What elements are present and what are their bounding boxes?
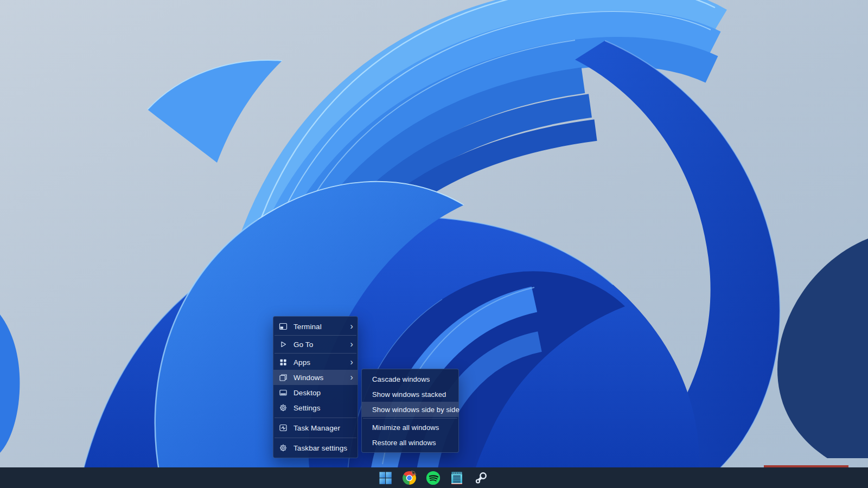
menu-item-label: Terminal bbox=[293, 323, 322, 331]
start-button[interactable] bbox=[378, 470, 393, 485]
menu-item-label: Apps bbox=[293, 358, 310, 367]
steam-icon bbox=[474, 471, 488, 485]
chevron-right-icon: › bbox=[347, 323, 353, 330]
submenu-item-restore-all-windows[interactable]: Restore all windows bbox=[362, 435, 458, 450]
desktop: Terminal › Go To › Apps › bbox=[0, 0, 868, 488]
steam-taskbar-button[interactable] bbox=[473, 470, 488, 485]
submenu-item-show-windows-side-by-side[interactable]: Show windows side by side bbox=[362, 402, 458, 417]
gear-icon bbox=[279, 403, 288, 412]
desktop-icon bbox=[279, 388, 288, 397]
menu-item-go-to[interactable]: Go To › bbox=[273, 337, 358, 352]
menu-item-apps[interactable]: Apps › bbox=[273, 355, 358, 370]
go-to-icon bbox=[279, 340, 288, 349]
apps-grid-icon bbox=[279, 358, 288, 367]
terminal-icon bbox=[279, 322, 288, 331]
menu-item-label: Taskbar settings bbox=[293, 444, 347, 452]
menu-separator bbox=[275, 418, 356, 418]
windows-submenu: Cascade windows Show windows stacked Sho… bbox=[361, 369, 459, 453]
menu-separator bbox=[275, 353, 356, 354]
spotify-taskbar-button[interactable] bbox=[425, 470, 441, 485]
menu-separator bbox=[275, 335, 356, 336]
chrome-icon bbox=[402, 471, 417, 485]
taskbar bbox=[0, 467, 868, 488]
menu-item-settings[interactable]: Settings bbox=[273, 400, 358, 415]
chevron-right-icon: › bbox=[347, 358, 353, 366]
task-manager-icon bbox=[279, 423, 288, 432]
menu-item-task-manager[interactable]: Task Manager bbox=[273, 420, 358, 435]
menu-item-terminal[interactable]: Terminal › bbox=[273, 319, 358, 334]
taskbar-context-menu: Terminal › Go To › Apps › bbox=[273, 316, 358, 458]
spotify-icon bbox=[426, 471, 441, 485]
menu-item-label: Settings bbox=[293, 404, 321, 412]
chevron-right-icon: › bbox=[347, 341, 353, 348]
menu-item-windows[interactable]: Windows › bbox=[273, 370, 358, 385]
submenu-item-label: Cascade windows bbox=[372, 375, 430, 383]
menu-item-desktop[interactable]: Desktop bbox=[273, 385, 358, 400]
submenu-item-show-windows-stacked[interactable]: Show windows stacked bbox=[362, 387, 458, 402]
menu-item-taskbar-settings[interactable]: Taskbar settings bbox=[273, 440, 358, 455]
menu-item-label: Desktop bbox=[293, 389, 321, 397]
chrome-taskbar-button[interactable] bbox=[401, 470, 417, 485]
menu-separator bbox=[275, 438, 356, 438]
submenu-item-cascade-windows[interactable]: Cascade windows bbox=[362, 371, 458, 387]
taskbar-icons bbox=[378, 470, 488, 485]
submenu-item-label: Minimize all windows bbox=[372, 423, 439, 432]
menu-item-label: Task Manager bbox=[293, 424, 340, 432]
cascade-windows-icon bbox=[279, 373, 288, 382]
notepad-taskbar-button[interactable] bbox=[449, 470, 464, 485]
menu-item-label: Windows bbox=[293, 374, 323, 382]
menu-separator bbox=[363, 418, 457, 419]
menu-item-label: Go To bbox=[293, 341, 313, 349]
chevron-right-icon: › bbox=[347, 374, 353, 381]
submenu-item-minimize-all-windows[interactable]: Minimize all windows bbox=[362, 420, 458, 435]
submenu-item-label: Restore all windows bbox=[372, 439, 436, 447]
submenu-item-label: Show windows side by side bbox=[372, 406, 459, 414]
notepad-icon bbox=[450, 471, 463, 485]
gear-icon bbox=[279, 444, 288, 452]
submenu-item-label: Show windows stacked bbox=[372, 390, 446, 399]
windows-start-icon bbox=[379, 471, 392, 485]
